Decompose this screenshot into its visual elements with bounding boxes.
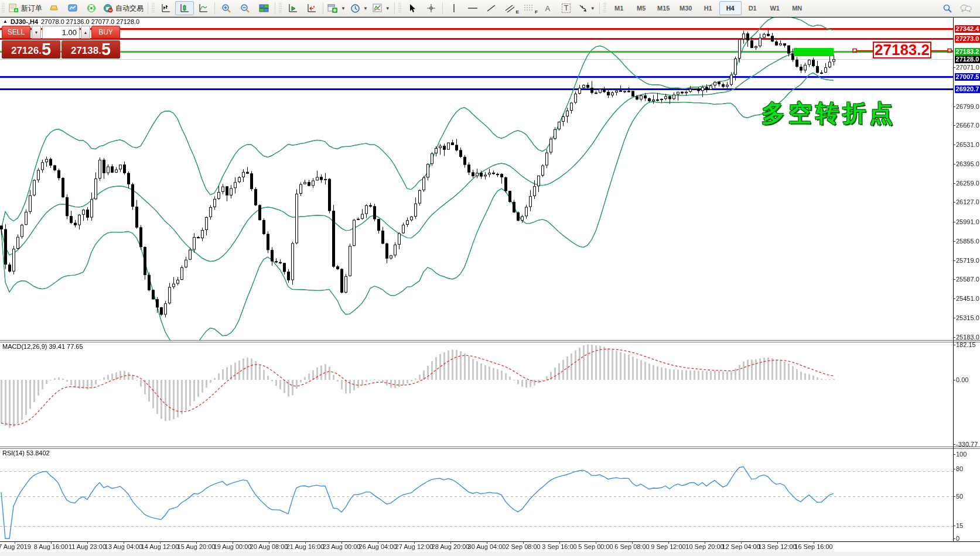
timeframe-button-mn[interactable]: MN: [786, 1, 808, 15]
gold-button[interactable]: [45, 1, 63, 15]
horizontal-line-tool-button[interactable]: [463, 1, 482, 15]
time-axis-label: 2 Sep 08:00: [506, 543, 540, 550]
time-axis-label: 8 Aug 16:00: [34, 543, 69, 550]
symbol-header: ▲ DJ30-,H4 27078.0 27136.0 27077.0 27128…: [3, 18, 139, 25]
cursor-tool-button[interactable]: [403, 1, 422, 15]
time-axis-label: 5 Sep 00:00: [578, 543, 613, 550]
time-axis-label: 21 Aug 16:00: [286, 543, 325, 550]
time-axis-label: 26 Aug 04:00: [359, 543, 397, 550]
equidistant-channel-icon: [505, 4, 515, 13]
auto-trading-button[interactable]: 自动交易: [101, 1, 146, 15]
macd-indicator-label: MACD(12,26,9) 39.41 77.65: [2, 343, 83, 350]
new-chart-button[interactable]: ▼: [325, 1, 348, 15]
timeframe-button-m30[interactable]: M30: [675, 1, 697, 15]
crosshair-icon: [426, 4, 436, 13]
symbol-ohlc: 27078.0 27136.0 27077.0 27128.0: [41, 18, 139, 25]
one-click-toggle-icon[interactable]: ▲: [3, 19, 8, 25]
label-tool-label: T: [562, 4, 571, 13]
line-chart-button[interactable]: [194, 1, 213, 15]
time-axis-label: 20 Aug 08:00: [250, 543, 288, 550]
zoom-in-button[interactable]: [217, 1, 235, 15]
sell-price-display[interactable]: 27126.5: [2, 40, 60, 59]
chart-canvas[interactable]: [0, 0, 980, 556]
price-axis-label: 26667.0: [956, 122, 979, 129]
toolbar-grip: [2, 3, 5, 13]
zoom-out-icon: [240, 4, 250, 13]
zoom-out-button[interactable]: [235, 1, 254, 15]
chevron-down-icon: ▼: [590, 6, 595, 11]
buy-price-int: 27138: [71, 44, 98, 58]
rsi-axis-label: 50: [956, 493, 963, 500]
arrows-tool-button[interactable]: ▼: [576, 1, 597, 15]
periods-button[interactable]: ▼: [348, 1, 370, 15]
search-button[interactable]: [938, 1, 957, 15]
time-axis-label: 13 Sep 12:00: [758, 543, 796, 550]
time-axis-label: 28 Aug 20:00: [432, 543, 470, 550]
price-axis-label: 25855.0: [956, 238, 979, 245]
macd-axis-label: -330.77: [956, 441, 978, 448]
price-axis-label: 26127.0: [956, 198, 979, 205]
timeframe-button-m1[interactable]: M1: [608, 1, 630, 15]
price-level-badge: 27007.5: [955, 73, 980, 81]
fibonacci-tool-label: F: [535, 9, 538, 15]
text-label-tool-button[interactable]: T: [557, 1, 576, 15]
trendline-tool-button[interactable]: [482, 1, 501, 15]
time-axis-label: 15 Aug 20:00: [177, 543, 216, 550]
auto-scroll-button[interactable]: [284, 1, 302, 15]
timeframe-button-m5[interactable]: M5: [630, 1, 653, 15]
time-axis-label: 10 Sep 20:00: [685, 543, 723, 550]
price-axis-label: 25183.0: [956, 334, 979, 341]
bar-chart-button[interactable]: [156, 1, 175, 15]
volume-decrease-button[interactable]: ▼: [32, 26, 41, 39]
volume-input[interactable]: [42, 26, 80, 39]
rsi-axis-label: 0: [956, 535, 959, 542]
text-tool-label: A: [545, 4, 550, 13]
fibonacci-icon: [524, 4, 534, 13]
signal-button[interactable]: [82, 1, 101, 15]
chevron-down-icon: ▼: [341, 6, 346, 11]
timeframe-button-w1[interactable]: W1: [764, 1, 786, 15]
crosshair-tool-button[interactable]: [422, 1, 441, 15]
time-axis-label: 30 Aug 04:00: [468, 543, 506, 550]
price-callout-box[interactable]: 27183.2: [873, 42, 931, 59]
sell-button[interactable]: SELL: [2, 26, 30, 39]
candlestick-chart-button[interactable]: [175, 1, 194, 15]
time-axis-label: 14 Aug 12:00: [141, 543, 179, 550]
sell-price-int: 27126: [11, 44, 39, 58]
volume-increase-button[interactable]: ▲: [81, 26, 90, 39]
text-tool-button[interactable]: A: [538, 1, 557, 15]
timeframe-button-d1[interactable]: D1: [742, 1, 764, 15]
price-level-badge: 27128.0: [955, 56, 980, 63]
price-axis-label: 27071.0: [956, 64, 979, 71]
timeframe-button-h1[interactable]: H1: [697, 1, 719, 15]
channel-tool-button[interactable]: E: [501, 1, 520, 15]
chart-shift-button[interactable]: [302, 1, 321, 15]
chart-annotation-text: 多空转折点: [762, 97, 896, 129]
time-axis-label: 16 Sep 16:00: [794, 543, 832, 550]
tile-windows-button[interactable]: [254, 1, 273, 15]
price-axis-label: 25719.0: [956, 257, 979, 264]
vertical-line-tool-button[interactable]: [445, 1, 463, 15]
chart-shift-icon: [307, 4, 317, 13]
tile-windows-icon: [259, 4, 269, 13]
market-watch-button[interactable]: [63, 1, 82, 15]
macd-axis-label: 182.15: [956, 341, 976, 348]
price-level-badge: 26920.7: [955, 85, 980, 93]
price-level-badge: 27342.4: [955, 25, 980, 33]
price-axis-label: 25315.0: [956, 314, 979, 321]
chat-icon: [960, 4, 972, 13]
market-watch-icon: [68, 4, 77, 13]
buy-price-display[interactable]: 27138.5: [62, 40, 120, 59]
new-order-button[interactable]: 新订单: [6, 1, 45, 15]
search-icon: [943, 4, 952, 13]
indicators-button[interactable]: ▼: [370, 1, 392, 15]
time-axis-label: 6 Sep 08:00: [614, 543, 649, 550]
timeframe-button-h4[interactable]: H4: [719, 1, 742, 15]
cursor-icon: [408, 4, 416, 13]
chat-button[interactable]: [957, 1, 975, 15]
timeframe-button-m15[interactable]: M15: [653, 1, 675, 15]
fibonacci-tool-button[interactable]: F: [520, 1, 538, 15]
indicators-icon: [373, 4, 383, 13]
main-toolbar: 新订单 自动交易 ▼ ▼: [0, 0, 980, 17]
buy-button[interactable]: BUY: [91, 26, 120, 39]
